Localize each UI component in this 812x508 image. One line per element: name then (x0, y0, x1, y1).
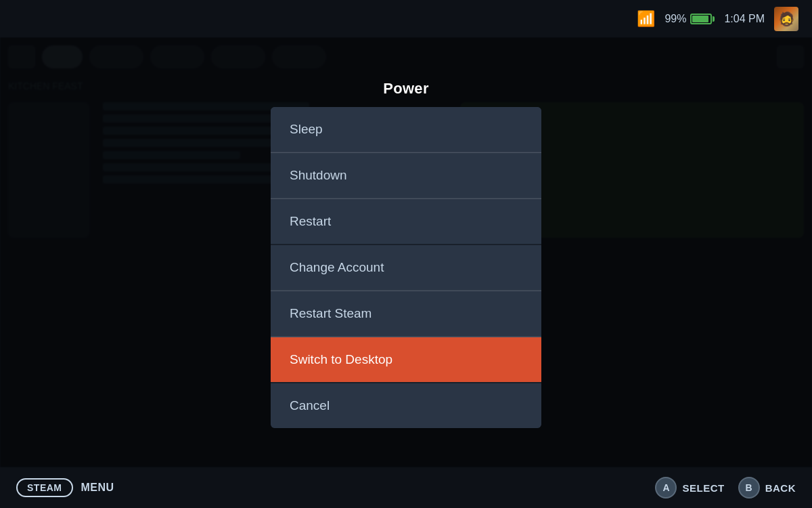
menu-label: MENU (81, 482, 114, 494)
power-dialog: Power Sleep Shutdown Restart Change Acco… (271, 80, 541, 428)
menu-section-2: Change Account Restart Steam Switch to D… (271, 245, 541, 382)
avatar: 🧔 (774, 7, 798, 31)
back-group: B BACK (738, 477, 796, 499)
avatar-image: 🧔 (774, 7, 798, 31)
bottom-right: A SELECT B BACK (655, 477, 796, 499)
menu-item-restart-steam[interactable]: Restart Steam (271, 291, 541, 337)
menu-item-sleep[interactable]: Sleep (271, 107, 541, 152)
wifi-icon: 📶 (637, 10, 655, 28)
battery-icon (690, 14, 715, 24)
select-label: SELECT (682, 482, 724, 494)
menu-item-change-account[interactable]: Change Account (271, 245, 541, 291)
menu-item-restart[interactable]: Restart (271, 199, 541, 244)
status-time: 1:04 PM (724, 13, 765, 25)
bottom-bar: STEAM MENU A SELECT B BACK (0, 467, 812, 508)
power-title: Power (271, 80, 541, 98)
menu-section-1: Sleep Shutdown Restart (271, 107, 541, 244)
menu-item-switch-to-desktop[interactable]: Switch to Desktop (271, 337, 541, 382)
select-group: A SELECT (655, 477, 724, 499)
battery-container: 99% (664, 13, 715, 25)
status-bar: 📶 99% 1:04 PM 🧔 (0, 0, 812, 37)
power-menu-list: Sleep Shutdown Restart Change Account Re… (271, 107, 541, 428)
bottom-left: STEAM MENU (16, 478, 114, 497)
steam-button[interactable]: STEAM (16, 478, 73, 497)
a-button[interactable]: A (655, 477, 677, 499)
b-button[interactable]: B (738, 477, 760, 499)
back-label: BACK (765, 482, 796, 494)
battery-percent: 99% (664, 13, 686, 25)
menu-item-cancel[interactable]: Cancel (271, 383, 541, 428)
menu-item-shutdown[interactable]: Shutdown (271, 153, 541, 198)
menu-section-3: Cancel (271, 383, 541, 428)
